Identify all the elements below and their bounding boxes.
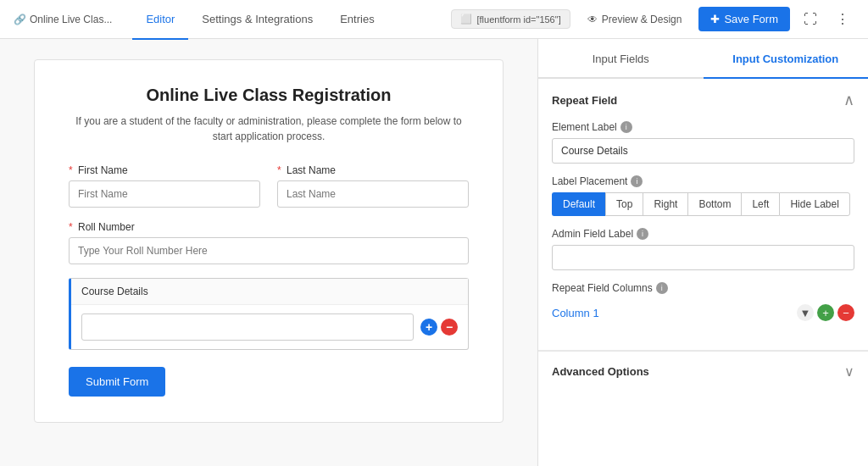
- element-label-input[interactable]: [552, 138, 854, 164]
- panel-content: Repeat Field ∧ Element Label i: [538, 79, 868, 391]
- roll-number-label: * Roll Number: [69, 221, 469, 233]
- course-add-button[interactable]: +: [420, 319, 437, 336]
- advanced-options-section: Advanced Options ∨: [538, 351, 868, 391]
- element-label-info-icon[interactable]: i: [620, 121, 632, 133]
- roll-number-input[interactable]: [69, 237, 469, 264]
- columns-info-icon[interactable]: i: [656, 282, 668, 294]
- top-nav: 🔗 Online Live Clas... Editor Settings & …: [0, 0, 868, 39]
- right-panel: Input Fields Input Customization Repeat …: [537, 39, 868, 466]
- site-name: Online Live Clas...: [30, 14, 112, 25]
- name-row: * First Name * Last Name: [69, 164, 469, 208]
- repeat-field-header[interactable]: Repeat Field ∧: [538, 79, 868, 121]
- last-name-field: * Last Name: [277, 164, 469, 208]
- preview-icon: 👁: [587, 14, 598, 25]
- column-down-button[interactable]: ▼: [797, 304, 814, 321]
- course-details-header: Course Details: [71, 279, 468, 305]
- course-details-label: Course Details: [81, 286, 148, 297]
- save-form-button[interactable]: ✚ Save Form: [698, 7, 790, 31]
- course-details-input[interactable]: [81, 313, 414, 341]
- placement-right-button[interactable]: Right: [643, 192, 687, 216]
- repeat-field-title: Repeat Field: [552, 94, 617, 107]
- form-subtitle: If you are a student of the faculty or a…: [69, 114, 469, 144]
- column-add-button[interactable]: +: [817, 304, 834, 321]
- form-title: Online Live Class Registration: [69, 86, 469, 105]
- main-content: Online Live Class Registration If you ar…: [0, 39, 868, 466]
- label-placement-info-icon[interactable]: i: [631, 175, 643, 187]
- form-area: Online Live Class Registration If you ar…: [0, 39, 537, 466]
- advanced-options-chevron-icon: ∨: [844, 363, 854, 380]
- roll-required: *: [69, 221, 73, 233]
- advanced-options-header[interactable]: Advanced Options ∨: [538, 351, 868, 391]
- shortcode-icon: ⬜: [460, 14, 472, 25]
- site-icon: 🔗: [14, 14, 26, 25]
- column-1-actions: ▼ + −: [797, 304, 854, 321]
- roll-number-field: * Roll Number: [69, 221, 469, 264]
- last-name-input[interactable]: [277, 180, 469, 208]
- course-details-block: Course Details + −: [69, 278, 469, 350]
- course-remove-button[interactable]: −: [441, 319, 458, 336]
- roll-number-row: * Roll Number: [69, 221, 469, 264]
- shortcode-badge[interactable]: ⬜ [fluentform id="156"]: [451, 9, 570, 29]
- preview-label: Preview & Design: [602, 14, 682, 25]
- more-options-button[interactable]: ⋮: [831, 8, 854, 31]
- repeat-field-columns-label: Repeat Field Columns i: [552, 282, 854, 294]
- admin-field-info-icon[interactable]: i: [637, 228, 648, 240]
- site-breadcrumb: 🔗 Online Live Clas...: [14, 14, 112, 25]
- label-placement-buttons: Default Top Right Bottom Left Hide Label: [552, 192, 854, 216]
- course-details-actions: + −: [420, 319, 458, 336]
- tab-input-customization[interactable]: Input Customization: [704, 41, 869, 79]
- repeat-field-section: Repeat Field ∧ Element Label i: [538, 79, 868, 351]
- column-1-name[interactable]: Column 1: [552, 307, 599, 319]
- first-name-field: * First Name: [69, 164, 260, 208]
- tab-input-fields[interactable]: Input Fields: [538, 41, 704, 79]
- form-canvas: Online Live Class Registration If you ar…: [34, 59, 504, 423]
- column-remove-button[interactable]: −: [837, 304, 854, 321]
- repeat-field-body: Element Label i Label Placement i Defaul…: [538, 121, 868, 350]
- first-name-input[interactable]: [69, 180, 260, 208]
- last-name-required: *: [277, 164, 281, 176]
- repeat-field-columns-field: Repeat Field Columns i Column 1 ▼ + −: [552, 282, 854, 325]
- last-name-label: * Last Name: [277, 164, 469, 176]
- admin-field-label-field: Admin Field Label i: [552, 228, 854, 270]
- element-label-label: Element Label i: [552, 121, 854, 133]
- nav-tabs: Editor Settings & Integrations Entries: [132, 0, 387, 39]
- placement-default-button[interactable]: Default: [552, 192, 605, 216]
- tab-settings[interactable]: Settings & Integrations: [188, 1, 326, 40]
- first-name-required: *: [69, 164, 73, 176]
- submit-form-button[interactable]: Submit Form: [69, 367, 165, 397]
- shortcode-text: [fluentform id="156"]: [476, 14, 560, 25]
- tab-editor[interactable]: Editor: [132, 1, 188, 40]
- course-details-body: + −: [71, 305, 468, 349]
- column-1-item: Column 1 ▼ + −: [552, 301, 854, 325]
- save-label: Save Form: [724, 13, 778, 25]
- panel-tabs: Input Fields Input Customization: [538, 39, 868, 79]
- placement-left-button[interactable]: Left: [741, 192, 779, 216]
- placement-bottom-button[interactable]: Bottom: [687, 192, 741, 216]
- repeat-field-toggle-icon: ∧: [843, 91, 854, 109]
- label-placement-label: Label Placement i: [552, 175, 854, 187]
- advanced-options-title: Advanced Options: [552, 365, 649, 378]
- placement-top-button[interactable]: Top: [605, 192, 643, 216]
- element-label-field: Element Label i: [552, 121, 854, 164]
- tab-entries[interactable]: Entries: [326, 1, 387, 40]
- save-icon: ✚: [710, 13, 720, 25]
- expand-button[interactable]: ⛶: [798, 8, 822, 31]
- top-nav-right: ⬜ [fluentform id="156"] 👁 Preview & Desi…: [451, 7, 854, 31]
- placement-hidelabel-button[interactable]: Hide Label: [779, 192, 849, 216]
- preview-design-button[interactable]: 👁 Preview & Design: [579, 8, 691, 31]
- label-placement-field: Label Placement i Default Top Right Bott…: [552, 175, 854, 216]
- first-name-label: * First Name: [69, 164, 260, 176]
- admin-field-label-input[interactable]: [552, 245, 854, 270]
- admin-field-label-label: Admin Field Label i: [552, 228, 854, 240]
